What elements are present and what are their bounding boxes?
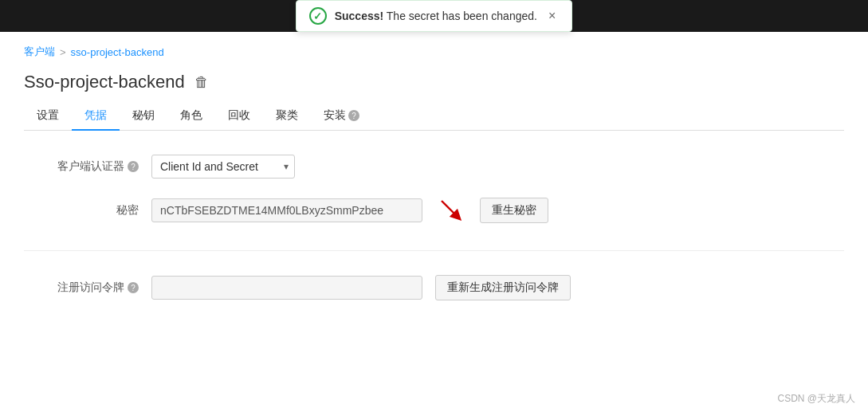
breadcrumb-parent-link[interactable]: 客户端 xyxy=(24,45,55,59)
svg-line-1 xyxy=(442,201,458,217)
red-arrow-indicator xyxy=(435,194,467,226)
authenticator-help-icon[interactable]: ? xyxy=(128,161,139,172)
tab-settings[interactable]: 设置 xyxy=(24,102,72,131)
secret-row: 秘密 重生秘密 xyxy=(24,186,844,234)
authenticator-form-section: 客户端认证器 ? Client Id and Secret Client Id … xyxy=(24,131,844,251)
token-input[interactable] xyxy=(151,276,422,300)
token-help-icon[interactable]: ? xyxy=(128,282,139,293)
secret-control-area: 重生秘密 xyxy=(151,194,844,226)
regenerate-token-button[interactable]: 重新生成注册访问令牌 xyxy=(435,275,571,300)
toast-success-label: Success! xyxy=(335,10,383,22)
authenticator-label: 客户端认证器 ? xyxy=(24,159,151,174)
regenerate-secret-button[interactable]: 重生秘密 xyxy=(480,198,548,223)
breadcrumb-current: sso-project-backend xyxy=(71,46,164,58)
tabs: 设置 凭据 秘钥 角色 回收 聚类 安装 ? xyxy=(24,102,844,131)
top-bar: ✓ Success! The secret has been changed. … xyxy=(0,0,868,32)
token-row: 注册访问令牌 ? 重新生成注册访问令牌 xyxy=(24,267,844,308)
toast-message: The secret has been changed. xyxy=(383,10,537,22)
secret-label-text: 秘密 xyxy=(116,203,139,218)
secret-label: 秘密 xyxy=(24,203,151,218)
authenticator-label-text: 客户端认证器 xyxy=(57,159,124,174)
tab-clustering[interactable]: 聚类 xyxy=(263,102,311,131)
secret-input[interactable] xyxy=(151,198,422,222)
breadcrumb-separator: > xyxy=(60,46,66,58)
tab-installation[interactable]: 安装 ? xyxy=(311,102,372,131)
breadcrumb: 客户端 > sso-project-backend xyxy=(24,45,844,59)
tab-roles[interactable]: 角色 xyxy=(167,102,215,131)
installation-help-icon[interactable]: ? xyxy=(348,110,359,121)
token-label: 注册访问令牌 ? xyxy=(24,281,151,295)
success-icon: ✓ xyxy=(309,7,327,25)
tab-credentials[interactable]: 凭据 xyxy=(72,102,120,131)
content-area: 客户端 > sso-project-backend Sso-project-ba… xyxy=(0,32,868,340)
page-title: Sso-project-backend xyxy=(24,72,185,92)
toast-text: Success! The secret has been changed. xyxy=(335,10,537,22)
success-toast: ✓ Success! The secret has been changed. … xyxy=(296,0,573,32)
toast-close-button[interactable]: × xyxy=(545,9,559,23)
tab-revocation[interactable]: 回收 xyxy=(215,102,263,131)
token-control-area: 重新生成注册访问令牌 xyxy=(151,275,844,300)
token-form-section: 注册访问令牌 ? 重新生成注册访问令牌 xyxy=(24,251,844,324)
tab-keys[interactable]: 秘钥 xyxy=(120,102,167,131)
trash-icon[interactable]: 🗑 xyxy=(194,74,209,91)
authenticator-select[interactable]: Client Id and Secret Client Id only Sign… xyxy=(151,155,295,179)
authenticator-row: 客户端认证器 ? Client Id and Secret Client Id … xyxy=(24,147,844,186)
token-label-text: 注册访问令牌 xyxy=(57,281,124,295)
authenticator-control-area: Client Id and Secret Client Id only Sign… xyxy=(151,155,844,179)
tab-installation-label: 安装 xyxy=(324,108,346,123)
page-title-row: Sso-project-backend 🗑 xyxy=(24,72,844,92)
authenticator-select-wrapper: Client Id and Secret Client Id only Sign… xyxy=(151,155,295,179)
